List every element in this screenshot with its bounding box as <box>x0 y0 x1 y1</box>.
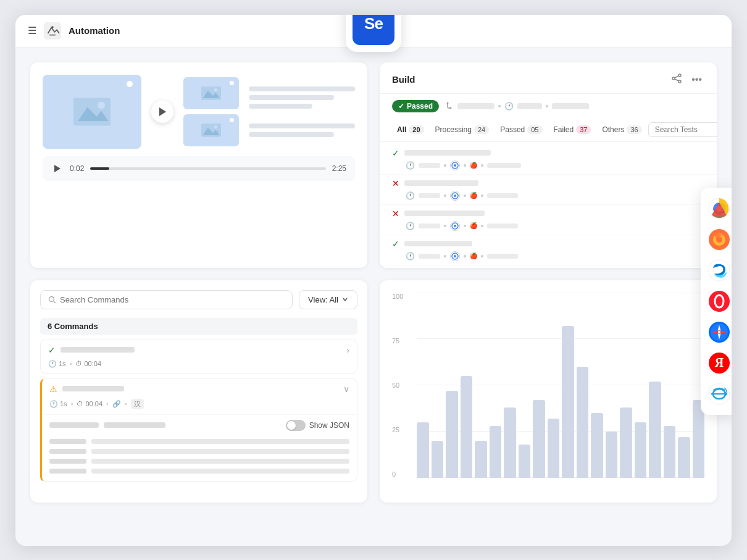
header-logo <box>44 22 61 40</box>
tab-failed[interactable]: Failed 37 <box>549 123 596 136</box>
chart-bar-14 <box>620 407 632 478</box>
main-window: Se ☰ Automation <box>15 15 732 546</box>
clock-icon-row: 🕐 <box>406 161 415 170</box>
chrome-icon-4 <box>450 251 460 261</box>
chart-bar-18 <box>678 437 690 478</box>
passed-badge: ✓ Passed <box>392 100 439 112</box>
play-icon[interactable] <box>151 101 173 123</box>
table-row: ✓ 🕐 🍎 <box>380 235 717 265</box>
attachment-icon: 🔗 <box>112 400 121 408</box>
search-commands-input[interactable] <box>60 295 285 304</box>
show-json-toggle[interactable] <box>286 420 306 431</box>
detail-row-1 <box>49 437 349 444</box>
clock-icon: 🕐 <box>504 102 514 111</box>
browser-yandex[interactable]: Я <box>707 351 732 375</box>
chart-bar-17 <box>664 426 676 478</box>
detail-row-4 <box>49 467 349 474</box>
chart-bar-8 <box>533 400 545 478</box>
landscape-icon <box>73 96 111 127</box>
tab-others[interactable]: Others 36 <box>597 123 646 136</box>
branch-icon <box>445 102 454 111</box>
build-tabs: All 20 Processing 24 Passed 05 Failed 37… <box>380 119 717 142</box>
svg-point-16 <box>672 77 675 80</box>
collapse-command-button[interactable]: ∨ <box>343 384 349 394</box>
chart-bar-10 <box>562 326 574 478</box>
build-header: Build ••• <box>380 62 717 94</box>
hamburger-icon[interactable]: ☰ <box>28 25 36 36</box>
selenium-se-text: Se <box>364 15 383 34</box>
commands-count: 6 Commands <box>40 318 357 335</box>
tab-all[interactable]: All 20 <box>392 123 429 136</box>
thumb-dot-sm <box>230 81 234 85</box>
check-icon: ✓ <box>398 102 404 111</box>
play-button[interactable] <box>51 162 64 175</box>
share-button[interactable] <box>669 72 684 87</box>
json-placeholder-1 <box>49 422 99 428</box>
chart-container: 100 75 50 25 0 <box>392 293 704 490</box>
meta-sep-1 <box>498 105 501 107</box>
browser-chrome[interactable] <box>707 196 732 221</box>
chart-bars-area <box>392 293 704 490</box>
browser-ie[interactable] <box>707 382 732 406</box>
window-title: Automation <box>69 25 120 36</box>
chart-bar-2 <box>446 391 458 478</box>
svg-point-41 <box>709 291 730 312</box>
test-name-line <box>404 180 478 186</box>
passed-label: Passed <box>407 102 433 111</box>
svg-point-20 <box>450 107 452 109</box>
thumb-dot-sm-2 <box>230 118 234 122</box>
chart-bar-6 <box>504 407 516 478</box>
svg-point-1 <box>51 26 54 28</box>
timer-icon-cmd2: ⏱ <box>77 400 83 407</box>
more-options-button[interactable]: ••• <box>689 73 704 86</box>
chart-bar-13 <box>606 432 618 478</box>
detail-row-2 <box>49 447 349 454</box>
time-total: 2:25 <box>332 164 346 173</box>
browser-edge[interactable] <box>707 258 732 283</box>
command-item-1: ✓ › 🕐 1s • ⏱ 00:04 <box>40 340 357 374</box>
show-json-row: Show JSON <box>49 420 349 431</box>
search-tests-input[interactable] <box>648 122 717 137</box>
selenium-badge: Se <box>346 15 401 52</box>
browser-opera[interactable] <box>707 289 732 314</box>
expand-command-button[interactable]: › <box>346 345 349 355</box>
svg-point-27 <box>454 194 456 197</box>
svg-point-25 <box>454 164 456 167</box>
chart-bar-11 <box>577 367 589 478</box>
content-area: 0:02 2:25 Build <box>15 48 732 517</box>
desc-line-2 <box>249 95 334 100</box>
commands-panel: View: All 6 Commands ✓ › <box>30 280 367 503</box>
progress-fill <box>90 167 109 170</box>
time-current: 0:02 <box>70 164 84 173</box>
chart-bar-12 <box>591 413 603 478</box>
svg-rect-2 <box>49 34 56 36</box>
view-select-button[interactable]: View: All <box>299 290 357 309</box>
video-preview <box>43 75 355 149</box>
svg-point-32 <box>49 296 54 301</box>
browser-safari[interactable] <box>707 320 732 345</box>
chevron-down-icon <box>342 296 348 303</box>
video-thumb-sm-1 <box>183 77 239 109</box>
browser-firefox[interactable] <box>707 227 732 252</box>
apple-icon-2: 🍎 <box>470 192 477 199</box>
video-thumb-main <box>43 75 141 149</box>
table-row: ✕ 🕐 🍎 <box>380 175 717 205</box>
svg-text:Я: Я <box>715 356 724 369</box>
chart-bar-5 <box>490 426 502 478</box>
apple-icon: 🍎 <box>470 162 477 169</box>
tab-processing[interactable]: Processing 24 <box>430 123 495 136</box>
json-placeholder-2 <box>104 422 165 428</box>
table-row: ✕ 🕐 🍎 <box>380 205 717 235</box>
svg-point-5 <box>98 101 105 109</box>
desc-line-5 <box>249 132 334 137</box>
chrome-icon <box>450 161 460 170</box>
video-thumb-stack <box>183 77 239 146</box>
progress-bar[interactable] <box>90 167 325 170</box>
app-logo-icon <box>44 22 61 40</box>
desc-line-3 <box>249 104 312 109</box>
build-status-row: ✓ Passed 🕐 <box>380 94 717 119</box>
pass-icon-2: ✓ <box>392 239 399 249</box>
test-list: ✓ 🕐 🍎 <box>380 142 717 268</box>
apple-icon-3: 🍎 <box>470 222 477 229</box>
tab-passed[interactable]: Passed 05 <box>495 123 547 136</box>
